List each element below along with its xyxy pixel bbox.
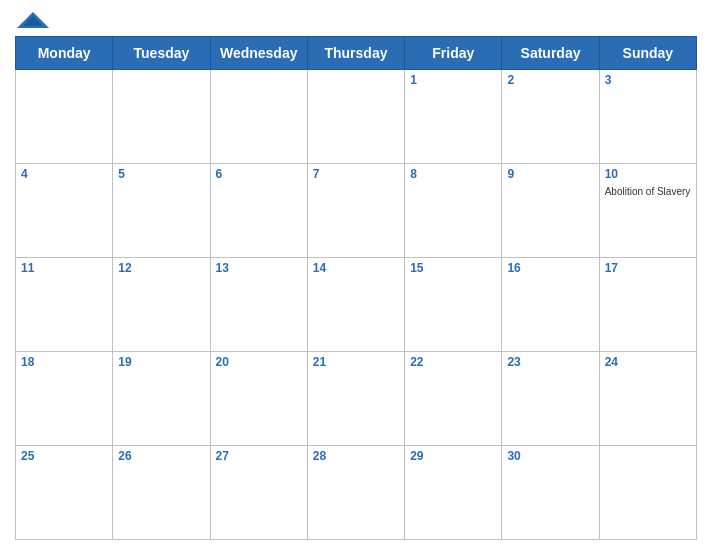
calendar-cell: 22 bbox=[405, 352, 502, 446]
day-number: 2 bbox=[507, 73, 593, 87]
day-number: 10 bbox=[605, 167, 691, 181]
holiday-label: Abolition of Slavery bbox=[605, 186, 691, 197]
day-header-wednesday: Wednesday bbox=[210, 37, 307, 70]
day-number: 22 bbox=[410, 355, 496, 369]
calendar-cell bbox=[307, 70, 404, 164]
calendar-cell: 24 bbox=[599, 352, 696, 446]
day-header-monday: Monday bbox=[16, 37, 113, 70]
day-number: 28 bbox=[313, 449, 399, 463]
calendar-cell: 6 bbox=[210, 164, 307, 258]
calendar-cell: 9 bbox=[502, 164, 599, 258]
calendar-cell: 10Abolition of Slavery bbox=[599, 164, 696, 258]
calendar-cell: 29 bbox=[405, 446, 502, 540]
day-header-thursday: Thursday bbox=[307, 37, 404, 70]
day-number: 18 bbox=[21, 355, 107, 369]
calendar-cell: 3 bbox=[599, 70, 696, 164]
day-number: 21 bbox=[313, 355, 399, 369]
day-number: 30 bbox=[507, 449, 593, 463]
week-row-2: 11121314151617 bbox=[16, 258, 697, 352]
logo-icon bbox=[15, 10, 51, 30]
calendar-cell: 13 bbox=[210, 258, 307, 352]
day-number: 8 bbox=[410, 167, 496, 181]
calendar-cell: 20 bbox=[210, 352, 307, 446]
calendar-cell: 5 bbox=[113, 164, 210, 258]
calendar-header bbox=[15, 10, 697, 30]
calendar-cell: 26 bbox=[113, 446, 210, 540]
week-row-0: 123 bbox=[16, 70, 697, 164]
day-number: 11 bbox=[21, 261, 107, 275]
calendar-cell: 16 bbox=[502, 258, 599, 352]
calendar-cell: 25 bbox=[16, 446, 113, 540]
day-number: 27 bbox=[216, 449, 302, 463]
week-row-3: 18192021222324 bbox=[16, 352, 697, 446]
days-of-week-row: MondayTuesdayWednesdayThursdayFridaySatu… bbox=[16, 37, 697, 70]
calendar-cell bbox=[113, 70, 210, 164]
calendar-cell: 30 bbox=[502, 446, 599, 540]
calendar-cell: 28 bbox=[307, 446, 404, 540]
day-header-sunday: Sunday bbox=[599, 37, 696, 70]
calendar-cell bbox=[210, 70, 307, 164]
calendar-cell: 1 bbox=[405, 70, 502, 164]
day-number: 12 bbox=[118, 261, 204, 275]
day-header-friday: Friday bbox=[405, 37, 502, 70]
calendar-cell: 17 bbox=[599, 258, 696, 352]
calendar-cell: 18 bbox=[16, 352, 113, 446]
calendar-cell: 11 bbox=[16, 258, 113, 352]
day-number: 17 bbox=[605, 261, 691, 275]
day-number: 23 bbox=[507, 355, 593, 369]
day-number: 14 bbox=[313, 261, 399, 275]
day-number: 29 bbox=[410, 449, 496, 463]
day-number: 7 bbox=[313, 167, 399, 181]
day-number: 5 bbox=[118, 167, 204, 181]
calendar-cell: 4 bbox=[16, 164, 113, 258]
day-number: 4 bbox=[21, 167, 107, 181]
day-number: 6 bbox=[216, 167, 302, 181]
calendar-cell: 12 bbox=[113, 258, 210, 352]
week-row-1: 45678910Abolition of Slavery bbox=[16, 164, 697, 258]
day-number: 15 bbox=[410, 261, 496, 275]
calendar-cell: 27 bbox=[210, 446, 307, 540]
day-number: 24 bbox=[605, 355, 691, 369]
logo bbox=[15, 10, 55, 30]
calendar-cell: 15 bbox=[405, 258, 502, 352]
calendar-cell bbox=[599, 446, 696, 540]
calendar-cell: 2 bbox=[502, 70, 599, 164]
day-number: 3 bbox=[605, 73, 691, 87]
day-header-saturday: Saturday bbox=[502, 37, 599, 70]
calendar-cell: 8 bbox=[405, 164, 502, 258]
day-number: 20 bbox=[216, 355, 302, 369]
calendar-table: MondayTuesdayWednesdayThursdayFridaySatu… bbox=[15, 36, 697, 540]
calendar-cell: 14 bbox=[307, 258, 404, 352]
day-number: 25 bbox=[21, 449, 107, 463]
calendar-cell: 19 bbox=[113, 352, 210, 446]
day-header-tuesday: Tuesday bbox=[113, 37, 210, 70]
day-number: 19 bbox=[118, 355, 204, 369]
calendar-cell: 7 bbox=[307, 164, 404, 258]
day-number: 26 bbox=[118, 449, 204, 463]
calendar-cell bbox=[16, 70, 113, 164]
week-row-4: 252627282930 bbox=[16, 446, 697, 540]
day-number: 9 bbox=[507, 167, 593, 181]
calendar-cell: 21 bbox=[307, 352, 404, 446]
day-number: 1 bbox=[410, 73, 496, 87]
calendar-cell: 23 bbox=[502, 352, 599, 446]
day-number: 16 bbox=[507, 261, 593, 275]
day-number: 13 bbox=[216, 261, 302, 275]
